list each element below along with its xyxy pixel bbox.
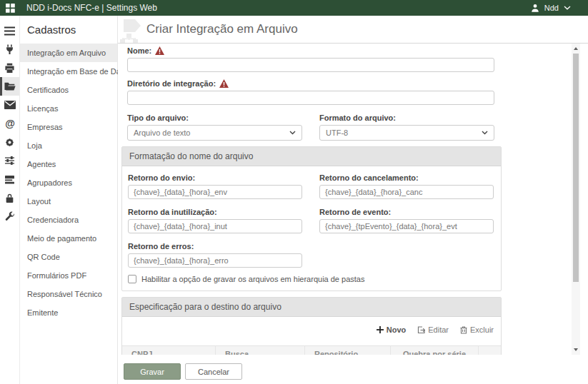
gear-icon: [4, 137, 15, 148]
warning-icon: [155, 46, 164, 55]
server-icon: [4, 175, 15, 184]
page-title: Criar Integração em Arquivo: [146, 22, 298, 36]
rail-item-printer[interactable]: [0, 59, 19, 77]
app-title: NDD i-Docs NFC-e | Settings Web: [26, 3, 157, 13]
sidebar-header: Cadastros: [20, 16, 117, 44]
rail-item-lock[interactable]: [0, 188, 19, 207]
tipo-arquivo-label: Tipo do arquivo:: [127, 113, 189, 122]
menu-icon: [4, 26, 15, 36]
form-actions: Gravar Cancelar: [118, 355, 588, 384]
topbar: NDD i-Docs NFC-e | Settings Web Ndd: [0, 0, 588, 16]
user-name: Ndd: [544, 4, 559, 12]
tipo-arquivo-select[interactable]: Arquivo de texto: [127, 125, 302, 141]
integration-watermark-icon: [119, 19, 148, 44]
cancel-button[interactable]: Cancelar: [185, 363, 242, 380]
tipo-arquivo-value: Arquivo de texto: [134, 128, 191, 137]
rail-item-folder-open[interactable]: [0, 77, 19, 96]
menu-toggle[interactable]: [0, 21, 19, 40]
formato-arquivo-select[interactable]: UTF-8: [319, 125, 494, 141]
sidebar-item-certificados[interactable]: Certificados: [20, 81, 117, 99]
sidebar: Cadastros Integração em ArquivoIntegraçã…: [20, 16, 118, 384]
diretorio-label: Diretório de integração:: [127, 79, 216, 88]
rail-item-server[interactable]: [0, 170, 19, 188]
hierarquia-pastas-checkbox[interactable]: [128, 275, 136, 283]
printer-icon: [4, 63, 15, 74]
col-busca: Busca: [215, 346, 304, 355]
warning-icon: [219, 79, 229, 88]
sidebar-item-layout[interactable]: Layout: [20, 192, 117, 211]
edit-icon: [417, 326, 425, 334]
scroll-up-arrow[interactable]: [572, 44, 580, 53]
folder-open-icon: [4, 81, 16, 91]
scrollbar-thumb[interactable]: [573, 54, 579, 282]
col-actions: [478, 346, 501, 355]
at-sign-icon: @: [4, 118, 16, 129]
main-area: Criar Integração em Arquivo Nome:: [118, 16, 588, 384]
formato-arquivo-label: Formato do arquivo:: [319, 113, 396, 122]
retorno-inutilizacao-input[interactable]: [128, 219, 302, 233]
plus-icon: [377, 326, 384, 333]
retorno-inutilizacao-label: Retorno da inutilização:: [128, 208, 217, 216]
retorno-cancelamento-label: Retorno do cancelamento:: [319, 173, 419, 182]
user-icon: [531, 4, 539, 12]
excluir-button[interactable]: Excluir: [460, 325, 494, 334]
page-titlebar: Criar Integração em Arquivo: [118, 16, 588, 44]
plug-icon: [4, 44, 15, 55]
select-chevron-icon: [482, 131, 488, 135]
save-button[interactable]: Gravar: [124, 363, 181, 380]
destination-table-header: CNPJ Busca Repositório Quebra por série: [122, 345, 501, 355]
sidebar-item-emitente[interactable]: Emitente: [20, 303, 117, 322]
col-repositorio: Repositório: [304, 346, 390, 355]
formato-arquivo-value: UTF-8: [326, 128, 348, 137]
retorno-erros-label: Retorno de erros:: [128, 242, 194, 251]
retorno-erros-input[interactable]: [128, 253, 302, 268]
novo-button[interactable]: Novo: [377, 325, 407, 334]
app-grid-icon[interactable]: [0, 4, 20, 13]
section-especificacao: Especificação para o destino do arquivo …: [121, 297, 502, 355]
destination-toolbar: Novo Editar: [122, 317, 501, 341]
user-menu[interactable]: Ndd: [531, 4, 571, 12]
wrench-icon: [4, 211, 15, 222]
rail-item-sliders[interactable]: [0, 151, 19, 170]
rail-item-envelope[interactable]: [0, 96, 19, 114]
rail-item-gear[interactable]: [0, 133, 19, 151]
sidebar-item-meio-de-pagamento[interactable]: Meio de pagamento: [20, 229, 117, 248]
sidebar-item-agentes[interactable]: Agentes: [20, 155, 117, 173]
sliders-icon: [4, 156, 15, 166]
retorno-evento-label: Retorno de evento:: [319, 208, 391, 216]
trash-icon: [460, 326, 467, 334]
retorno-evento-input[interactable]: [319, 219, 494, 233]
sidebar-item-agrupadores[interactable]: Agrupadores: [20, 173, 117, 192]
retorno-cancelamento-input[interactable]: [319, 185, 494, 199]
sidebar-item-loja[interactable]: Loja: [20, 136, 117, 155]
sidebar-item-integracao-em-base-de-dados[interactable]: Integração em Base de Dados: [20, 62, 117, 81]
col-cnpj: CNPJ: [122, 346, 215, 355]
nome-label: Nome:: [127, 46, 151, 55]
retorno-envio-label: Retorno do envio:: [128, 173, 195, 182]
app-window: NDD i-Docs NFC-e | Settings Web Ndd @ Ca…: [0, 0, 588, 384]
section-formatacao: Formatação do nome do arquivo Retorno do…: [121, 146, 502, 291]
rail-item-at-sign[interactable]: @: [0, 114, 19, 133]
diretorio-input[interactable]: [127, 91, 494, 105]
sidebar-item-qr-code[interactable]: QR Code: [20, 248, 117, 266]
col-quebra-serie: Quebra por série: [390, 346, 478, 355]
sidebar-item-empresas[interactable]: Empresas: [20, 118, 117, 136]
nome-input[interactable]: [127, 58, 494, 72]
rail-item-wrench[interactable]: [0, 207, 19, 226]
svg-text:@: @: [5, 118, 15, 129]
rail-item-plug[interactable]: [0, 40, 19, 59]
retorno-envio-input[interactable]: [128, 185, 302, 199]
sidebar-item-licencas[interactable]: Licenças: [20, 99, 117, 118]
sidebar-item-integracao-em-arquivo[interactable]: Integração em Arquivo: [20, 44, 117, 62]
scroll-down-arrow[interactable]: [572, 345, 580, 354]
envelope-icon: [4, 101, 16, 109]
icon-rail: @: [0, 16, 20, 384]
vertical-scrollbar[interactable]: [572, 44, 580, 355]
sidebar-item-formularios-pdf[interactable]: Formulários PDF: [20, 266, 117, 285]
sidebar-item-credenciadora[interactable]: Credenciadora: [20, 211, 117, 229]
sidebar-item-responsavel-tecnico[interactable]: Responsável Técnico: [20, 285, 117, 303]
editar-button[interactable]: Editar: [417, 325, 449, 334]
formatacao-header: Formatação do nome do arquivo: [122, 147, 501, 166]
select-chevron-icon: [289, 131, 296, 135]
especificacao-header: Especificação para o destino do arquivo: [122, 298, 501, 317]
